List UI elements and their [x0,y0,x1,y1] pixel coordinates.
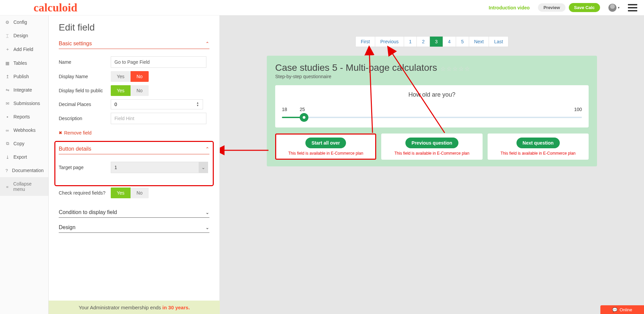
pager-last[interactable]: Last [489,37,508,47]
calculator-card: Case studies 5 - Multi-page calculators … [267,56,597,166]
description-label: Description [59,116,111,121]
pager-next[interactable]: Next [469,37,489,47]
remove-field-label: Remove field [64,130,92,136]
check-required-no[interactable]: No [131,188,149,198]
sidebar-item-integrate[interactable]: ⇋Integrate [0,83,48,97]
admin-note-text: Your Administrator membership ends [79,305,161,310]
pager: First Previous 1 2 3 4 5 Next Last [355,36,508,47]
display-public-no[interactable]: No [131,85,149,96]
slider-value: 25 [300,107,305,112]
hamburger-menu[interactable] [628,4,637,11]
section-basic-settings[interactable]: Basic settings ⌃ [59,38,209,49]
slider-min: 18 [282,107,287,112]
description-input[interactable] [111,113,206,124]
button-details-highlight: Button details ⌃ Target page ⌄ [54,141,214,186]
pager-page-2[interactable]: 2 [417,37,430,47]
sidebar-item-addfield[interactable]: ＋Add Field [0,42,48,56]
webhook-icon: ∞ [5,128,10,133]
decimal-input[interactable] [111,99,203,109]
question-card: How old are you? 18 25 100 [275,85,589,127]
help-icon: ? [5,168,9,173]
gear-icon: ⚙ [5,20,10,25]
plan-note: This field is available in E-Commerce pl… [279,151,372,156]
section-button-details[interactable]: Button details ⌃ [59,143,209,154]
display-public-label: Display field to public [59,88,111,93]
sidebar-item-design[interactable]: ⌶Design [0,29,48,42]
pager-page-5[interactable]: 5 [456,37,469,47]
sidebar-item-label: Reports [13,114,30,119]
upload-icon: ↥ [5,74,10,79]
check-required-label: Check required fields? [59,190,111,196]
section-title: Basic settings [59,41,92,47]
preview-button[interactable]: Preview [538,3,565,12]
sidebar-item-webhooks[interactable]: ∞Webhooks [0,123,48,137]
table-icon: ▦ [5,61,10,66]
display-name-label: Display Name [59,74,111,79]
integrate-icon: ⇋ [5,88,10,93]
calculator-subtitle: Step-by-step questionnaire [275,74,589,79]
pager-page-1[interactable]: 1 [404,37,417,47]
online-badge[interactable]: 💬 Online [600,305,644,314]
admin-membership-note: Your Administrator membership ends in 30… [49,301,220,314]
avatar-icon [608,4,616,12]
pager-previous[interactable]: Previous [375,37,404,47]
sidebar-collapse[interactable]: «Collapse menu [0,177,48,196]
sidebar-item-copy[interactable]: ⧉Copy [0,137,48,150]
sidebar-item-label: Publish [13,74,29,79]
sidebar-item-export[interactable]: ⤓Export [0,150,48,164]
start-over-card: Start all over This field is available i… [275,134,376,160]
editor-title: Edit field [59,22,209,33]
sidebar-item-tables[interactable]: ▦Tables [0,56,48,70]
display-public-yes[interactable]: Yes [111,85,131,96]
check-required-yes[interactable]: Yes [111,188,131,198]
display-public-toggle: Yes No [111,85,149,96]
section-condition[interactable]: Condition to display field ⌄ [59,207,209,218]
start-all-over-button[interactable]: Start all over [305,138,346,148]
admin-note-time: in 30 years. [162,305,190,310]
name-input[interactable] [111,56,206,68]
slider-max: 100 [574,107,582,112]
save-calc-button[interactable]: Save Calc [569,3,600,12]
section-title: Button details [59,146,91,152]
basic-settings-body: Name Display Name Yes No Display field t… [59,49,209,141]
pager-page-3[interactable]: 3 [430,37,443,47]
chart-icon: ▪ [5,114,10,119]
previous-question-button[interactable]: Previous question [405,138,458,148]
previous-question-card: Previous question This field is availabl… [381,134,482,160]
target-page-label: Target page [59,165,111,170]
check-required-toggle: Yes No [111,188,149,198]
rating-stars[interactable]: ☆☆☆☆☆ [440,65,470,72]
nav-buttons-row: Start all over This field is available i… [275,134,589,160]
user-menu[interactable]: ▾ [608,4,620,12]
sidebar-item-submissions[interactable]: ✉Submissions [0,97,48,110]
target-page-select[interactable] [111,162,208,173]
next-question-button[interactable]: Next question [516,138,560,148]
sidebar-item-reports[interactable]: ▪Reports [0,110,48,123]
plan-note: This field is available in E-Commerce pl… [492,151,585,156]
slider-handle[interactable] [300,113,308,122]
decimal-label: Decimal Places [59,102,111,107]
introduction-video-link[interactable]: Introduction video [489,5,530,10]
plus-icon: ＋ [5,46,10,52]
number-spinner[interactable]: ▲▼ [196,100,202,109]
app-header: calculoid Introduction video Preview Sav… [0,0,644,15]
section-design[interactable]: Design ⌄ [59,222,209,233]
question-title: How old are you? [280,91,584,98]
sidebar-item-label: Documentation [12,168,44,173]
sidebar-item-label: Tables [13,60,27,66]
sidebar-item-documentation[interactable]: ?Documentation [0,164,48,177]
chat-icon: 💬 [612,307,617,312]
sidebar-item-config[interactable]: ⚙Config [0,15,48,29]
sidebar-item-publish[interactable]: ↥Publish [0,70,48,83]
display-name-yes[interactable]: Yes [111,71,131,82]
display-name-no[interactable]: No [131,71,149,82]
sidebar-item-label: Design [13,33,28,38]
pager-page-4[interactable]: 4 [443,37,456,47]
chevron-down-icon[interactable]: ⌄ [199,162,208,173]
remove-field-link[interactable]: ✖Remove field [59,130,92,136]
calculator-title: Case studies 5 - Multi-page calculators [275,62,437,73]
age-slider[interactable]: 18 25 100 [280,107,584,118]
sidebar-item-label: Config [13,19,27,25]
export-icon: ⤓ [5,155,10,160]
pager-first[interactable]: First [356,37,375,47]
